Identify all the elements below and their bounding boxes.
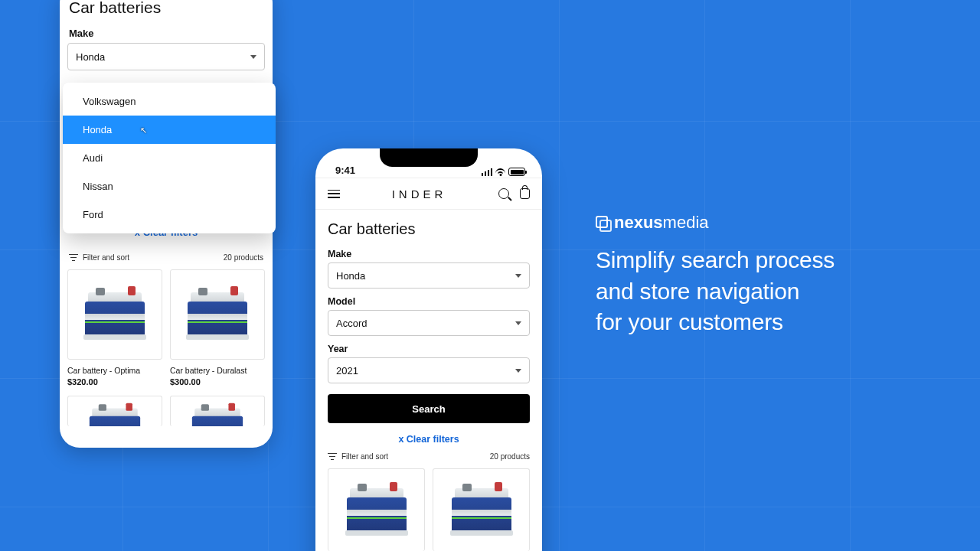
year-label: Year xyxy=(328,344,530,354)
filter-sort-label[interactable]: Filter and sort xyxy=(83,253,129,262)
make-select[interactable]: Honda xyxy=(328,262,530,289)
headline-line: Simplify search process xyxy=(596,245,949,276)
signal-icon xyxy=(482,168,493,176)
wifi-icon xyxy=(495,168,505,176)
brand-logo: INDER xyxy=(392,187,447,201)
product-grid xyxy=(328,468,530,551)
product-card[interactable] xyxy=(433,468,530,551)
battery-image xyxy=(192,408,243,426)
make-option[interactable]: Honda↖ xyxy=(63,116,276,144)
filter-icon xyxy=(69,254,78,262)
phone-mock-right: 9:41 INDER Car batteries Make Honda Mode… xyxy=(315,148,542,551)
logo-mark-icon xyxy=(596,216,609,230)
battery-image xyxy=(347,488,407,533)
product-grid xyxy=(67,396,265,426)
product-grid xyxy=(67,269,265,360)
make-dropdown: VolkswagenHonda↖AudiNissanFord xyxy=(63,83,276,233)
battery-image xyxy=(188,292,247,337)
menu-icon[interactable] xyxy=(328,190,340,198)
app-header: INDER xyxy=(315,178,542,210)
battery-image xyxy=(90,408,140,426)
make-label: Make xyxy=(69,28,263,39)
cursor-icon: ↖ xyxy=(140,125,147,135)
battery-icon xyxy=(508,168,525,176)
product-price: $300.00 xyxy=(170,377,265,386)
year-select-value: 2021 xyxy=(336,365,358,377)
filter-sort-bar: Filter and sort 20 products xyxy=(328,452,530,461)
page-title: Car batteries xyxy=(328,220,530,238)
chevron-down-icon xyxy=(515,369,521,373)
make-select[interactable]: Honda xyxy=(67,43,265,70)
product-card[interactable] xyxy=(328,468,425,551)
logo-text-light: media xyxy=(663,213,709,232)
filter-sort-bar: Filter and sort 20 products xyxy=(69,253,263,262)
make-option[interactable]: Audi xyxy=(63,144,276,172)
headline: Simplify search process and store naviga… xyxy=(596,245,949,338)
search-icon[interactable] xyxy=(498,188,509,199)
cart-icon[interactable] xyxy=(520,188,530,199)
search-button[interactable]: Search xyxy=(328,394,530,423)
make-label: Make xyxy=(328,249,530,259)
product-name: Car battery - Duralast xyxy=(170,366,265,375)
model-select[interactable]: Accord xyxy=(328,310,530,336)
chevron-down-icon xyxy=(515,321,521,325)
phone-mock-left: Car batteries Make Honda VolkswagenHonda… xyxy=(60,0,273,448)
make-option[interactable]: Volkswagen xyxy=(63,87,276,116)
clear-filters-link[interactable]: x Clear filters xyxy=(328,434,530,445)
year-select[interactable]: 2021 xyxy=(328,357,530,383)
page-title: Car batteries xyxy=(69,0,263,17)
phone-notch xyxy=(380,148,478,167)
product-count: 20 products xyxy=(224,253,263,262)
marketing-panel: nexusmedia Simplify search process and s… xyxy=(596,213,949,338)
status-time: 9:41 xyxy=(335,165,355,176)
product-card[interactable] xyxy=(67,396,162,426)
chevron-down-icon xyxy=(515,274,521,278)
nexusmedia-logo: nexusmedia xyxy=(596,213,949,233)
model-select-value: Accord xyxy=(336,318,367,329)
chevron-down-icon xyxy=(250,55,256,59)
logo-text-bold: nexus xyxy=(614,213,663,232)
filter-sort-label[interactable]: Filter and sort xyxy=(341,452,388,461)
model-label: Model xyxy=(328,296,530,307)
battery-image xyxy=(452,488,511,533)
product-card[interactable] xyxy=(170,269,265,360)
headline-line: and store navigation xyxy=(596,276,949,308)
product-price: $320.00 xyxy=(67,377,162,386)
headline-line: for your customers xyxy=(596,307,949,338)
make-option[interactable]: Ford xyxy=(63,201,276,229)
product-count: 20 products xyxy=(490,452,530,461)
product-card[interactable] xyxy=(170,396,265,426)
filter-icon xyxy=(328,453,337,461)
battery-image xyxy=(85,292,145,337)
make-option[interactable]: Nissan xyxy=(63,172,276,201)
make-select-value: Honda xyxy=(76,51,105,63)
product-card[interactable] xyxy=(67,269,162,360)
make-select-value: Honda xyxy=(336,270,365,282)
product-name: Car battery - Optima xyxy=(67,366,162,375)
